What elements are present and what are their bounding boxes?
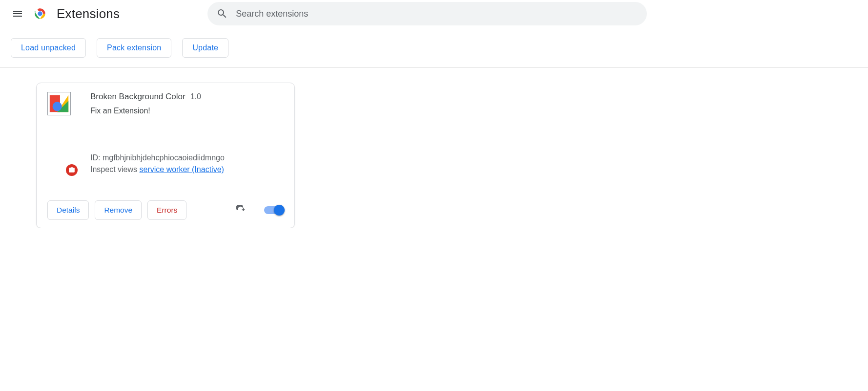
- remove-button[interactable]: Remove: [95, 200, 142, 220]
- menu-icon: [12, 8, 23, 20]
- update-button[interactable]: Update: [182, 38, 228, 58]
- load-unpacked-button[interactable]: Load unpacked: [11, 38, 86, 58]
- extension-name: Broken Background Color: [90, 92, 186, 102]
- details-button[interactable]: Details: [47, 200, 89, 220]
- extension-thumbnail-icon: [47, 92, 71, 115]
- error-badge: [66, 164, 78, 176]
- extension-id: ID: mgfbhjnibhjdehcphiocaoiediidmngo: [90, 153, 284, 162]
- toggle-knob: [274, 205, 285, 216]
- refresh-icon: [235, 205, 246, 216]
- page-title: Extensions: [57, 6, 120, 22]
- search-input[interactable]: [235, 8, 638, 20]
- svg-point-7: [53, 102, 62, 111]
- search-icon: [216, 8, 228, 20]
- extension-id-label: ID:: [90, 153, 100, 162]
- extension-card: Broken Background Color 1.0 Fix an Exten…: [36, 83, 295, 228]
- extension-id-value: mgfbhjnibhjdehcphiocaoiediidmngo: [103, 153, 225, 162]
- main-menu-button[interactable]: [6, 2, 29, 25]
- extension-version: 1.0: [190, 92, 201, 101]
- chrome-logo-icon: [32, 6, 48, 22]
- search-field[interactable]: [207, 2, 647, 25]
- inspect-views-label: Inspect views: [90, 165, 137, 174]
- extension-description: Fix an Extension!: [90, 107, 284, 115]
- app-header: Extensions: [0, 0, 868, 27]
- extension-icon: [47, 92, 77, 174]
- camera-icon: [68, 167, 75, 174]
- service-worker-link[interactable]: service worker (Inactive): [140, 165, 224, 174]
- errors-button[interactable]: Errors: [147, 200, 186, 220]
- toolbar: Load unpacked Pack extension Update: [0, 27, 868, 68]
- enable-toggle[interactable]: [264, 206, 284, 214]
- pack-extension-button[interactable]: Pack extension: [97, 38, 171, 58]
- extensions-list: Broken Background Color 1.0 Fix an Exten…: [0, 68, 868, 228]
- inspect-views: Inspect views service worker (Inactive): [90, 165, 284, 174]
- reload-button[interactable]: [232, 201, 249, 219]
